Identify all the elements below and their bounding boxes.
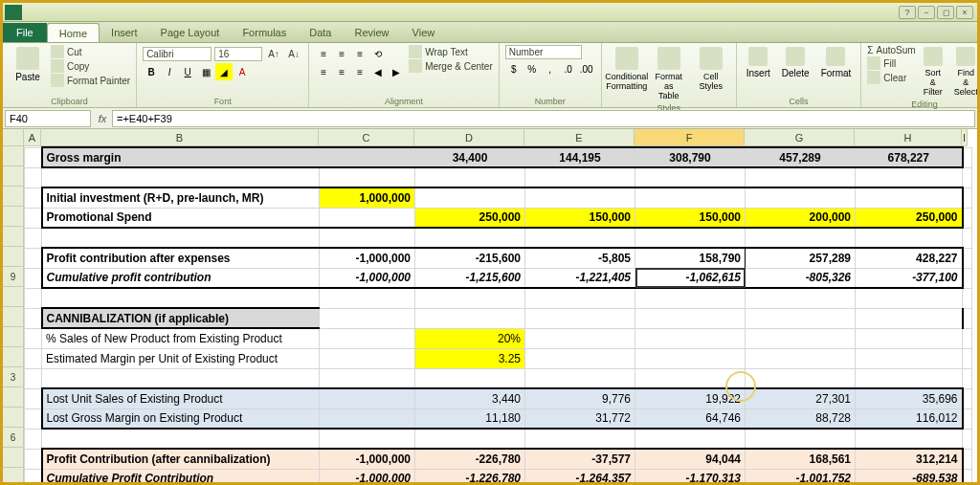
formula-input[interactable]: =+E40+F39 (112, 110, 975, 127)
cell[interactable] (415, 429, 525, 449)
cell[interactable] (635, 368, 746, 388)
cell[interactable]: -215,600 (415, 248, 525, 268)
row-header[interactable] (3, 227, 24, 247)
cell[interactable] (635, 288, 746, 308)
cell[interactable] (856, 167, 963, 187)
cell[interactable] (856, 228, 963, 248)
tab-view[interactable]: View (401, 23, 447, 42)
cell[interactable]: Gross margin (42, 147, 320, 167)
indent-inc-button[interactable]: ▶ (388, 63, 405, 80)
dec-decimal-button[interactable]: .00 (578, 60, 595, 77)
cell[interactable]: -1,221,405 (525, 268, 635, 288)
cell[interactable] (415, 228, 525, 248)
cell[interactable] (635, 187, 746, 208)
align-left-button[interactable]: ≡ (315, 63, 332, 80)
row-header[interactable] (3, 347, 24, 367)
name-box[interactable]: F40 (5, 110, 91, 127)
row-header[interactable] (3, 408, 24, 428)
conditional-formatting-button[interactable]: Conditional Formatting (608, 45, 646, 93)
inc-decimal-button[interactable]: .0 (560, 60, 577, 77)
tab-home[interactable]: Home (47, 23, 100, 42)
cell[interactable] (746, 288, 856, 308)
col-header-C[interactable]: C (319, 129, 414, 146)
cell[interactable] (415, 167, 525, 187)
cell[interactable]: -1,226,780 (415, 469, 525, 485)
cell[interactable]: Cumulative profit contribution (42, 268, 320, 288)
cell[interactable] (320, 167, 415, 187)
cell[interactable]: -5,805 (525, 248, 635, 268)
row-header[interactable] (3, 327, 24, 347)
cell[interactable]: 94,044 (635, 449, 746, 469)
cell[interactable] (320, 368, 415, 388)
number-format-select[interactable]: Number (505, 45, 582, 59)
increase-font-button[interactable]: A↑ (265, 45, 282, 62)
cell[interactable]: -1,062,615 (635, 268, 746, 288)
cell[interactable]: 19,922 (635, 388, 746, 408)
cell[interactable] (856, 368, 963, 388)
row-header[interactable] (3, 187, 24, 207)
cell[interactable] (320, 328, 415, 348)
cell[interactable] (856, 328, 963, 348)
cell[interactable] (635, 228, 746, 248)
cell[interactable] (856, 429, 963, 449)
orientation-button[interactable]: ⟲ (369, 45, 387, 62)
row-header[interactable]: 6 (3, 428, 24, 448)
cell[interactable] (746, 187, 856, 208)
cell[interactable]: 150,000 (525, 208, 635, 228)
cell[interactable] (746, 429, 856, 449)
italic-button[interactable]: I (161, 63, 178, 80)
tab-review[interactable]: Review (343, 23, 400, 42)
cell[interactable]: 1,000,000 (320, 187, 415, 208)
format-painter-button[interactable]: Format Painter (51, 74, 130, 87)
restore-button[interactable]: ◻ (937, 6, 954, 19)
cell[interactable] (320, 208, 415, 228)
format-as-table-button[interactable]: Format as Table (650, 45, 688, 102)
col-header-A[interactable]: A (24, 129, 41, 146)
cell[interactable]: 116,012 (856, 408, 963, 429)
cell[interactable]: 35,696 (856, 388, 963, 408)
cell[interactable] (42, 288, 320, 308)
cell[interactable]: -1,000,000 (320, 449, 415, 469)
cell[interactable]: 27,301 (746, 388, 856, 408)
col-header-D[interactable]: D (414, 129, 524, 146)
cell[interactable]: Promotional Spend (42, 208, 320, 228)
cell[interactable]: 31,772 (525, 408, 635, 429)
cell[interactable] (746, 228, 856, 248)
cell[interactable]: -1,215,600 (415, 268, 525, 288)
cell[interactable]: 150,000 (635, 208, 746, 228)
close-button[interactable]: × (956, 6, 973, 19)
cell[interactable] (635, 348, 746, 368)
align-bottom-button[interactable]: ≡ (351, 45, 368, 62)
tab-file[interactable]: File (3, 23, 47, 42)
cell[interactable]: 3.25 (415, 348, 525, 368)
align-right-button[interactable]: ≡ (351, 63, 368, 80)
cell[interactable]: Estimated Margin per Unit of Existing Pr… (42, 348, 320, 368)
align-middle-button[interactable]: ≡ (333, 45, 350, 62)
cell[interactable]: -226,780 (415, 449, 525, 469)
autosum-button[interactable]: Σ AutoSum (867, 45, 915, 55)
currency-button[interactable]: $ (505, 60, 523, 77)
cell[interactable] (525, 348, 635, 368)
col-header-E[interactable]: E (524, 129, 635, 146)
cell[interactable]: Profit contribution after expenses (42, 248, 320, 268)
delete-cells-button[interactable]: Delete (778, 45, 813, 80)
cell[interactable]: -689,538 (856, 469, 963, 485)
cell[interactable]: 3,440 (415, 388, 525, 408)
row-header[interactable] (3, 448, 24, 468)
font-size-select[interactable]: 16 (214, 47, 262, 61)
cell[interactable]: 9,776 (525, 388, 635, 408)
cell[interactable] (525, 368, 635, 388)
cell[interactable] (42, 368, 320, 388)
row-header[interactable] (3, 387, 24, 408)
col-header-F[interactable]: F (635, 129, 745, 146)
row-header[interactable] (3, 247, 24, 267)
cell[interactable]: -1,001,752 (746, 469, 856, 485)
cell[interactable] (856, 348, 963, 368)
indent-dec-button[interactable]: ◀ (369, 63, 387, 80)
wrap-text-button[interactable]: Wrap Text (409, 45, 493, 58)
fx-button[interactable]: fx (93, 113, 112, 124)
cell[interactable]: 144,195 (525, 147, 635, 167)
cell[interactable]: -1,000,000 (320, 469, 415, 485)
cell[interactable] (320, 308, 415, 328)
cell[interactable]: 64,746 (635, 408, 746, 429)
